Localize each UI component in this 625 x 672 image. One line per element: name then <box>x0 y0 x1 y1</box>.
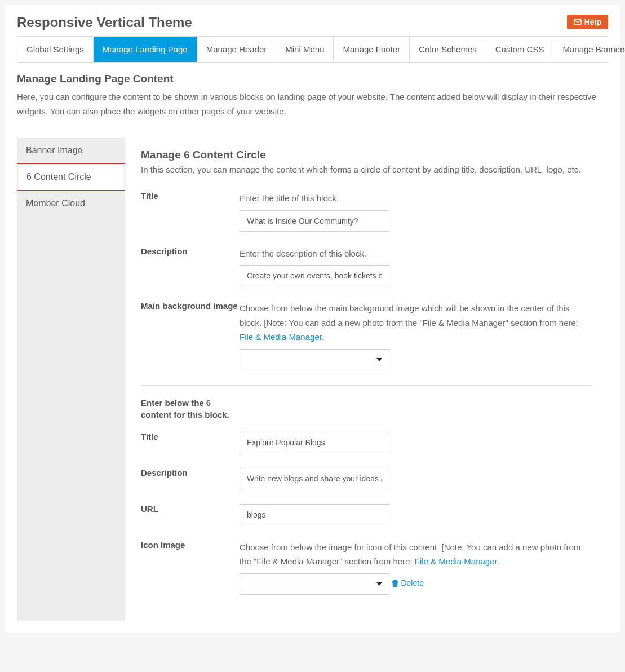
sidebar-item-banner-image[interactable]: Banner Image <box>17 138 125 163</box>
description-input[interactable] <box>240 265 389 286</box>
content-url-input[interactable] <box>240 504 389 525</box>
mail-icon <box>574 18 582 26</box>
section-note: Enter below the 6 content for this block… <box>141 397 240 421</box>
delete-link[interactable]: Delete <box>392 578 423 587</box>
icon-image-label: Icon Image <box>141 540 240 595</box>
sidebar-item-6-content-circle[interactable]: 6 Content Circle <box>17 163 125 191</box>
title-input[interactable] <box>240 210 389 232</box>
content-description-label: Description <box>141 468 240 489</box>
bg-image-select[interactable] <box>240 349 389 370</box>
content-description-input[interactable] <box>240 468 389 489</box>
sidebar-item-member-cloud[interactable]: Member Cloud <box>17 191 125 216</box>
tab-custom-css[interactable]: Custom CSS <box>486 37 554 62</box>
bg-image-label: Main background image <box>141 301 240 370</box>
trash-icon <box>392 579 398 587</box>
sidebar: Banner Image 6 Content Circle Member Clo… <box>17 138 125 621</box>
delete-label: Delete <box>401 578 423 587</box>
tab-global-settings[interactable]: Global Settings <box>17 37 94 62</box>
file-media-manager-link-2[interactable]: File & Media Manager <box>415 556 497 566</box>
tab-manage-landing-page[interactable]: Manage Landing Page <box>94 37 197 62</box>
page-title: Responsive Vertical Theme <box>17 15 192 30</box>
description-label: Description <box>141 246 240 287</box>
tab-color-schemes[interactable]: Color Schemes <box>410 37 486 62</box>
panel-description: In this section, you can manage the cont… <box>141 165 592 174</box>
panel-title: Manage 6 Content Circle <box>141 149 592 161</box>
svg-rect-0 <box>574 20 581 25</box>
icon-image-hint: Choose from below the image for icon of … <box>240 540 592 569</box>
divider <box>141 385 592 386</box>
content-title-input[interactable] <box>240 432 389 453</box>
help-label: Help <box>584 17 601 26</box>
tab-manage-banners[interactable]: Manage Banners <box>553 37 625 62</box>
content-url-label: URL <box>141 504 240 525</box>
file-media-manager-link[interactable]: File & Media Manager <box>240 332 322 342</box>
icon-image-select[interactable] <box>240 573 389 595</box>
tab-mini-menu[interactable]: Mini Menu <box>276 37 334 62</box>
bg-image-hint: Choose from below the main background im… <box>240 301 592 344</box>
section-title: Manage Landing Page Content <box>17 73 608 85</box>
section-description: Here, you can configure the content to b… <box>17 90 608 118</box>
title-label: Title <box>141 191 240 232</box>
tab-manage-footer[interactable]: Manage Footer <box>334 37 410 62</box>
content-title-label: Title <box>141 432 240 453</box>
help-button[interactable]: Help <box>567 15 608 29</box>
title-hint: Enter the title of this block. <box>240 191 592 206</box>
tab-bar: Global Settings Manage Landing Page Mana… <box>17 36 608 63</box>
description-hint: Enter the description of this block. <box>240 246 592 261</box>
tab-manage-header[interactable]: Manage Header <box>197 37 277 62</box>
